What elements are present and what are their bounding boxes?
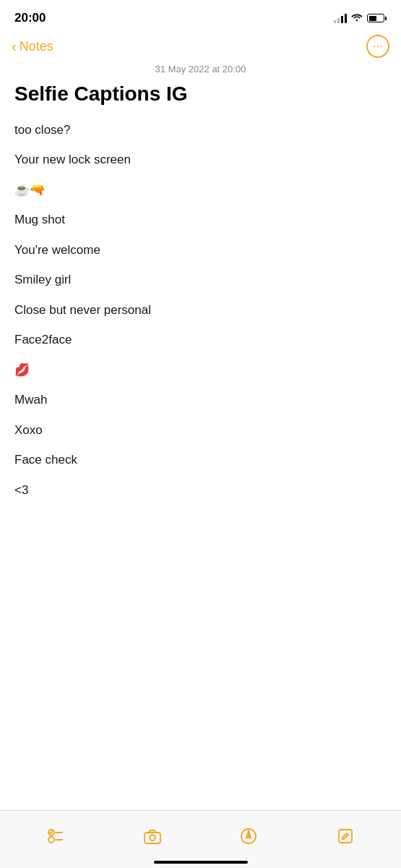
- camera-button[interactable]: [137, 820, 168, 852]
- note-date: 31 May 2022 at 20:00: [14, 64, 387, 75]
- note-title: Selfie Captions IG: [14, 82, 387, 106]
- ellipsis-icon: ···: [373, 40, 382, 53]
- list-item: Your new lock screen: [14, 150, 387, 169]
- wifi-icon: [351, 12, 363, 25]
- list-item: Mwah: [14, 391, 387, 409]
- list-item: Mug shot: [14, 210, 387, 229]
- svg-point-2: [48, 837, 54, 843]
- status-bar: 20:00: [0, 0, 401, 32]
- chevron-left-icon: ‹: [12, 39, 17, 54]
- list-item: <3: [14, 481, 387, 500]
- nav-bar: ‹ Notes ···: [0, 32, 401, 64]
- bottom-toolbar: [0, 810, 401, 868]
- back-label: Notes: [20, 39, 53, 54]
- svg-point-5: [150, 835, 155, 841]
- home-indicator: [154, 861, 248, 864]
- list-item: Close but never personal: [14, 301, 387, 320]
- more-button[interactable]: ···: [366, 35, 389, 58]
- location-button[interactable]: [233, 820, 264, 852]
- list-item: Xoxo: [14, 421, 387, 440]
- checklist-button[interactable]: [40, 820, 72, 852]
- list-item: too close?: [14, 121, 387, 140]
- list-item: Smiley girl: [14, 271, 387, 289]
- svg-marker-7: [246, 830, 251, 838]
- signal-icon: [334, 13, 347, 23]
- list-item: Face check: [14, 451, 387, 469]
- list-item: ☕🔫: [14, 181, 387, 200]
- status-time: 20:00: [14, 11, 46, 25]
- back-button[interactable]: ‹ Notes: [12, 39, 53, 54]
- list-item: You're welcome: [14, 241, 387, 260]
- battery-icon: [367, 14, 387, 22]
- list-item: Face2face: [14, 331, 387, 349]
- list-item: 💋: [14, 361, 387, 380]
- svg-rect-8: [339, 830, 352, 843]
- edit-button[interactable]: [329, 820, 361, 852]
- note-content: 31 May 2022 at 20:00 Selfie Captions IG …: [0, 64, 401, 583]
- status-icons: [334, 12, 387, 25]
